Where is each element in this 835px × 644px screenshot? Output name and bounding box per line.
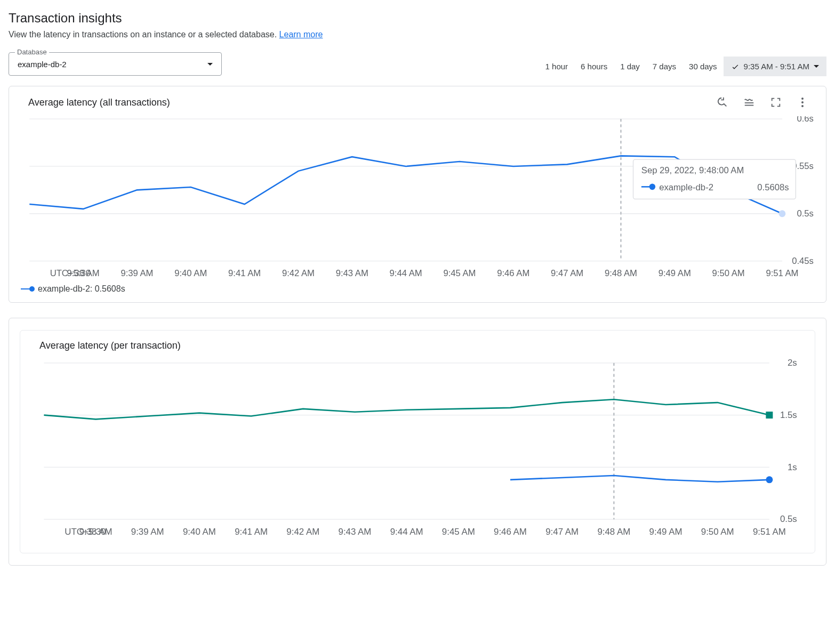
fullscreen-icon[interactable] [769, 96, 782, 109]
time-range-1h[interactable]: 1 hour [539, 57, 575, 76]
svg-point-43 [766, 477, 773, 484]
svg-text:9:42 AM: 9:42 AM [286, 527, 319, 537]
more-options-icon[interactable] [796, 96, 809, 109]
svg-text:9:48 AM: 9:48 AM [605, 268, 637, 278]
svg-text:9:41 AM: 9:41 AM [228, 268, 261, 278]
chart2-title: Average latency (per transaction) [39, 340, 181, 351]
chevron-down-icon [207, 63, 213, 66]
chart2-plot[interactable]: 2s1.5s1s0.5sUTC+5:309:38 AM9:39 AM9:40 A… [38, 359, 800, 539]
svg-text:9:40 AM: 9:40 AM [183, 527, 216, 537]
svg-text:9:45 AM: 9:45 AM [442, 527, 475, 537]
svg-text:2s: 2s [788, 359, 797, 368]
svg-text:0.5s: 0.5s [780, 514, 797, 525]
svg-text:9:45 AM: 9:45 AM [443, 268, 476, 278]
svg-text:9:47 AM: 9:47 AM [551, 268, 583, 278]
legend-toggle-icon[interactable] [743, 96, 756, 109]
svg-point-32 [779, 210, 786, 217]
svg-text:9:46 AM: 9:46 AM [497, 268, 529, 278]
chart1-title: Average latency (all transactions) [28, 97, 170, 108]
svg-text:9:44 AM: 9:44 AM [390, 527, 423, 537]
svg-text:9:50 AM: 9:50 AM [701, 527, 734, 537]
chart1-legend-text: example-db-2: 0.5608s [38, 284, 125, 294]
svg-text:9:40 AM: 9:40 AM [174, 268, 207, 278]
legend-marker-icon [21, 288, 33, 289]
svg-text:9:42 AM: 9:42 AM [282, 268, 315, 278]
svg-text:1s: 1s [788, 462, 797, 472]
chart1-legend: example-db-2: 0.5608s [21, 284, 826, 294]
chevron-down-icon [814, 65, 819, 68]
check-icon [731, 62, 740, 71]
svg-text:9:43 AM: 9:43 AM [339, 527, 372, 537]
svg-text:9:49 AM: 9:49 AM [649, 527, 683, 537]
chart1-toolbar [716, 96, 813, 109]
time-range-7d[interactable]: 7 days [646, 57, 683, 76]
database-select-value: example-db-2 [18, 60, 67, 69]
time-range-custom[interactable]: 9:35 AM - 9:51 AM [724, 57, 826, 76]
chart-card-per-transaction-outer: Average latency (per transaction) 2s1.5s… [9, 318, 826, 566]
reset-zoom-icon[interactable] [716, 96, 729, 109]
svg-text:Sep 29, 2022, 9:48:00 AM: Sep 29, 2022, 9:48:00 AM [641, 165, 744, 175]
svg-text:9:41 AM: 9:41 AM [235, 527, 268, 537]
svg-text:9:46 AM: 9:46 AM [494, 527, 527, 537]
time-range-1d[interactable]: 1 day [614, 57, 646, 76]
svg-point-29 [649, 184, 656, 190]
page-subtitle: View the latency in transactions on an i… [9, 30, 826, 39]
chart1-plot[interactable]: 0.6s0.55s0.5s0.45sUTC+5:309:38 AM9:39 AM… [24, 116, 816, 280]
time-range-picker: 1 hour 6 hours 1 day 7 days 30 days 9:35… [539, 57, 826, 76]
time-range-6h[interactable]: 6 hours [574, 57, 614, 76]
svg-text:0.6s: 0.6s [797, 116, 813, 124]
svg-text:9:48 AM: 9:48 AM [597, 527, 630, 537]
chart-card-all-transactions: Average latency (all transactions) 0.6s0… [9, 86, 826, 303]
time-range-30d[interactable]: 30 days [683, 57, 724, 76]
svg-text:0.5608s: 0.5608s [757, 182, 789, 192]
svg-text:9:43 AM: 9:43 AM [336, 268, 368, 278]
svg-text:9:51 AM: 9:51 AM [766, 268, 798, 278]
database-select-label: Database [15, 48, 49, 56]
svg-text:example-db-2: example-db-2 [659, 182, 713, 192]
svg-text:1.5s: 1.5s [780, 410, 797, 420]
svg-text:0.45s: 0.45s [792, 256, 814, 266]
subtitle-text: View the latency in transactions on an i… [9, 30, 277, 39]
svg-text:9:47 AM: 9:47 AM [545, 527, 579, 537]
page-title: Transaction insights [9, 11, 826, 26]
database-select[interactable]: Database example-db-2 [9, 52, 222, 76]
chart-card-per-transaction: Average latency (per transaction) 2s1.5s… [20, 330, 815, 553]
svg-rect-42 [766, 412, 773, 419]
svg-text:9:44 AM: 9:44 AM [390, 268, 422, 278]
svg-text:9:50 AM: 9:50 AM [712, 268, 745, 278]
svg-text:9:39 AM: 9:39 AM [131, 527, 164, 537]
svg-text:9:38 AM: 9:38 AM [79, 527, 113, 537]
svg-text:9:39 AM: 9:39 AM [121, 268, 153, 278]
svg-text:9:51 AM: 9:51 AM [753, 527, 786, 537]
svg-text:9:49 AM: 9:49 AM [659, 268, 691, 278]
svg-text:0.5s: 0.5s [797, 208, 813, 219]
learn-more-link[interactable]: Learn more [279, 30, 323, 39]
time-range-custom-label: 9:35 AM - 9:51 AM [744, 62, 809, 71]
svg-text:9:38 AM: 9:38 AM [67, 268, 100, 278]
